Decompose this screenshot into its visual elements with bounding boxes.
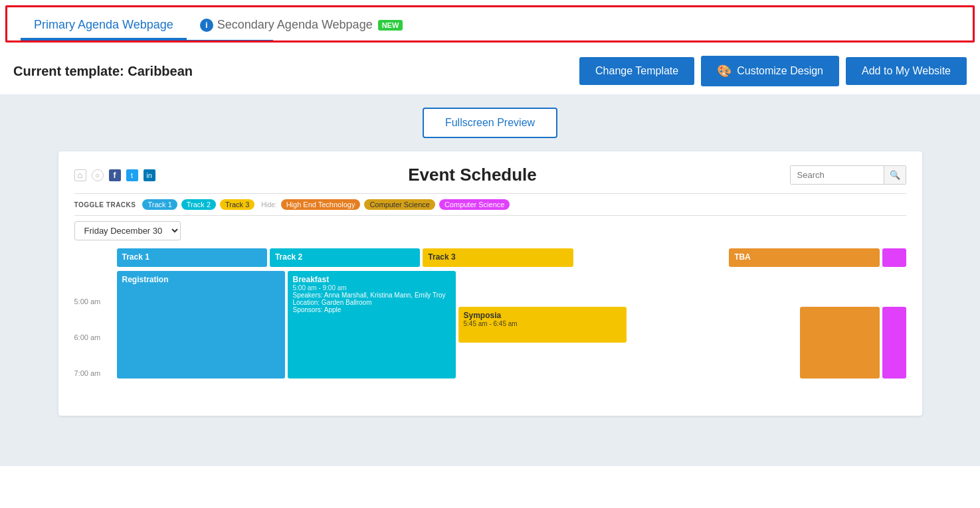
track-header-6 [882, 248, 906, 267]
track-col-pink [882, 271, 906, 402]
current-template-label: Current template: Caribbean [13, 64, 573, 79]
session-breakfast-time: 5:00 am - 9:00 am [293, 284, 450, 292]
session-registration-title: Registration [122, 275, 280, 284]
session-symposia-time: 5:45 am - 6:45 am [464, 320, 621, 327]
track-col-1: Registration [117, 271, 285, 402]
customize-design-button[interactable]: 🎨 Customize Design [701, 56, 839, 86]
track-header-4 [576, 248, 726, 267]
date-select[interactable]: Friday December 30 [74, 221, 181, 240]
track-col-tba [800, 271, 880, 402]
date-selector: Friday December 30 [74, 221, 906, 240]
session-breakfast-speakers: Speakers: Anna Marshall, Kristina Mann, … [293, 292, 450, 299]
tracks-divider [74, 215, 906, 216]
session-breakfast: Breakfast 5:00 am - 9:00 am Speakers: An… [288, 271, 456, 379]
session-symposia-title: Symposia [464, 311, 621, 320]
header-divider [74, 193, 906, 194]
track-col-2: Breakfast 5:00 am - 9:00 am Speakers: An… [288, 271, 456, 402]
track-pill-5[interactable]: Computer Science [364, 199, 435, 210]
fullscreen-btn-wrap: Fullscreen Preview [13, 108, 967, 138]
tab-active-underline [21, 40, 273, 41]
customize-design-label: Customize Design [737, 65, 823, 77]
session-breakfast-title: Breakfast [293, 275, 450, 284]
tabs-wrapper: Primary Agenda Webpage i Secondary Agend… [5, 5, 975, 42]
track-header-5: TBA [729, 248, 879, 267]
time-slot-500 [74, 271, 117, 295]
circle-icon[interactable]: ○ [92, 169, 104, 181]
track-header-3: Track 3 [423, 248, 573, 267]
fullscreen-preview-button[interactable]: Fullscreen Preview [423, 108, 557, 138]
session-pink [882, 307, 906, 379]
change-template-button[interactable]: Change Template [579, 57, 694, 85]
palette-icon: 🎨 [717, 64, 732, 78]
track-headers: Track 1 Track 2 Track 3 TBA [117, 248, 906, 267]
toggle-tracks-label: TOGGLE TRACKS [74, 201, 136, 209]
schedule-icons: ⌂ ○ f t in [74, 169, 155, 181]
search-box: 🔍 [790, 165, 906, 185]
time-column: 5:00 am 6:00 am 7:00 am [74, 271, 117, 402]
session-symposia: Symposia 5:45 am - 6:45 am [458, 307, 627, 343]
search-input[interactable] [791, 166, 884, 184]
track-pill-3[interactable]: Track 3 [220, 199, 254, 210]
tba-spacer [800, 271, 880, 307]
track-pill-1[interactable]: Track 1 [142, 199, 177, 210]
facebook-icon[interactable]: f [109, 169, 121, 181]
track-col-3: Symposia 5:45 am - 6:45 am [458, 271, 627, 402]
toggle-tracks-row: TOGGLE TRACKS Track 1 Track 2 Track 3 Hi… [74, 199, 906, 210]
track-pill-6[interactable]: Computer Science [439, 199, 510, 210]
session-tba [800, 307, 880, 379]
track-pill-4[interactable]: High End Technology [281, 199, 361, 210]
tab-primary[interactable]: Primary Agenda Webpage [21, 7, 187, 40]
schedule-header: ⌂ ○ f t in Event Schedule 🔍 [74, 165, 906, 185]
time-slot-700am: 7:00 am [74, 367, 117, 402]
track-header-1: Track 1 [117, 248, 267, 267]
track-col-empty [629, 271, 797, 402]
home-icon[interactable]: ⌂ [74, 169, 86, 181]
track3-spacer [458, 271, 627, 307]
pink-spacer [882, 271, 906, 307]
session-breakfast-location: Location: Garden Ballroom [293, 299, 450, 306]
schedule-title: Event Schedule [155, 165, 790, 185]
tabs-row: Primary Agenda Webpage i Secondary Agend… [7, 7, 973, 40]
time-slot-500am: 5:00 am [74, 295, 117, 331]
hide-label: Hide: [261, 201, 276, 209]
new-badge: NEW [378, 20, 403, 31]
search-button[interactable]: 🔍 [884, 166, 906, 184]
track-header-2: Track 2 [270, 248, 420, 267]
tab-secondary[interactable]: i Secondary Agenda Webpage NEW [187, 7, 417, 40]
schedule-card: ⌂ ○ f t in Event Schedule 🔍 TOGGLE TRACK… [58, 151, 922, 416]
add-to-website-button[interactable]: Add to My Website [846, 57, 967, 85]
session-registration: Registration [117, 271, 285, 379]
linkedin-icon[interactable]: in [144, 169, 155, 181]
preview-area: Fullscreen Preview ⌂ ○ f t in Event Sche… [0, 94, 980, 466]
schedule-body: 5:00 am 6:00 am 7:00 am Registration Bre… [74, 271, 906, 402]
twitter-icon[interactable]: t [126, 169, 138, 181]
session-breakfast-sponsor: Sponsors: Apple [293, 306, 450, 313]
tab-secondary-label: Secondary Agenda Webpage [217, 18, 373, 32]
tab-primary-label: Primary Agenda Webpage [34, 18, 173, 31]
info-icon: i [200, 19, 213, 32]
toolbar: Current template: Caribbean Change Templ… [0, 48, 980, 94]
track-pill-2[interactable]: Track 2 [181, 199, 216, 210]
time-slot-600am: 6:00 am [74, 331, 117, 367]
